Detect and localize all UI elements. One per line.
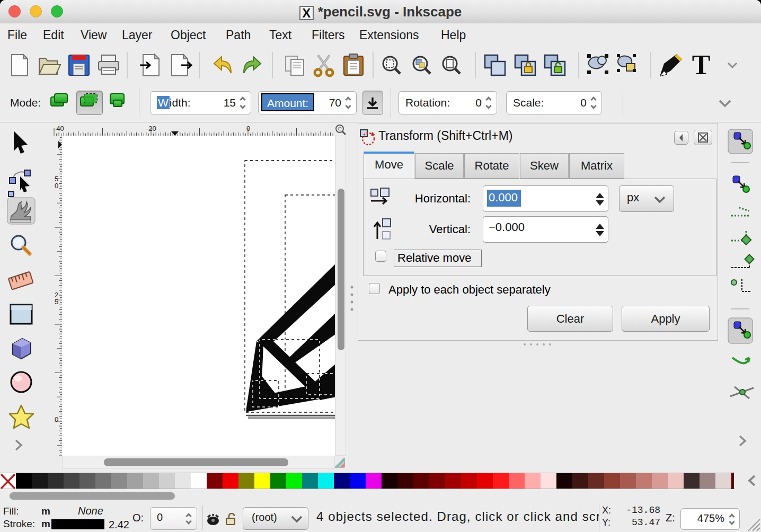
svg-text:-40: -40	[54, 125, 64, 132]
svg-text:-20: -20	[146, 125, 156, 132]
svg-text:0: 0	[246, 125, 250, 132]
svg-text:T: T	[692, 50, 711, 80]
svg-text:0: 0	[55, 415, 58, 423]
svg-text:5: 5	[55, 298, 58, 306]
svg-text:0: 0	[55, 182, 58, 190]
